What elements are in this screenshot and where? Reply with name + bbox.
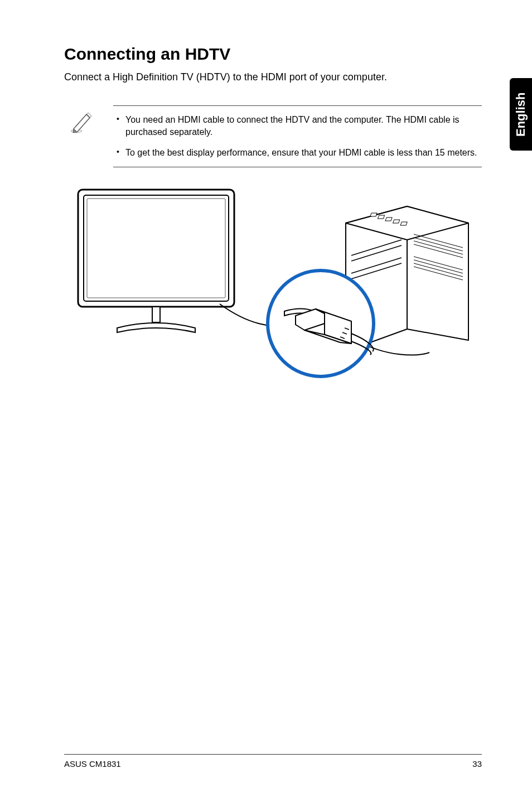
note-item: You need an HDMI cable to connect the HD… (113, 114, 482, 138)
note-block: You need an HDMI cable to connect the HD… (69, 105, 482, 167)
note-item: To get the best display performance, ens… (113, 147, 482, 159)
note-content: You need an HDMI cable to connect the HD… (113, 105, 482, 167)
section-heading: Connecting an HDTV (64, 45, 482, 64)
hdmi-connection-figure (72, 184, 474, 379)
document-page: English Connecting an HDTV Connect a Hig… (0, 0, 532, 802)
svg-rect-12 (393, 220, 399, 223)
page-footer: ASUS CM1831 33 (64, 754, 482, 769)
pencil-icon (69, 105, 96, 167)
language-tab: English (510, 78, 532, 151)
svg-rect-9 (370, 213, 376, 216)
svg-rect-13 (400, 222, 407, 225)
intro-text: Connect a High Definition TV (HDTV) to t… (64, 71, 482, 83)
footer-page-number: 33 (472, 759, 482, 769)
svg-rect-4 (152, 307, 160, 322)
footer-model: ASUS CM1831 (64, 759, 121, 769)
svg-rect-11 (385, 218, 391, 221)
svg-rect-3 (87, 199, 225, 298)
svg-rect-10 (378, 215, 384, 219)
